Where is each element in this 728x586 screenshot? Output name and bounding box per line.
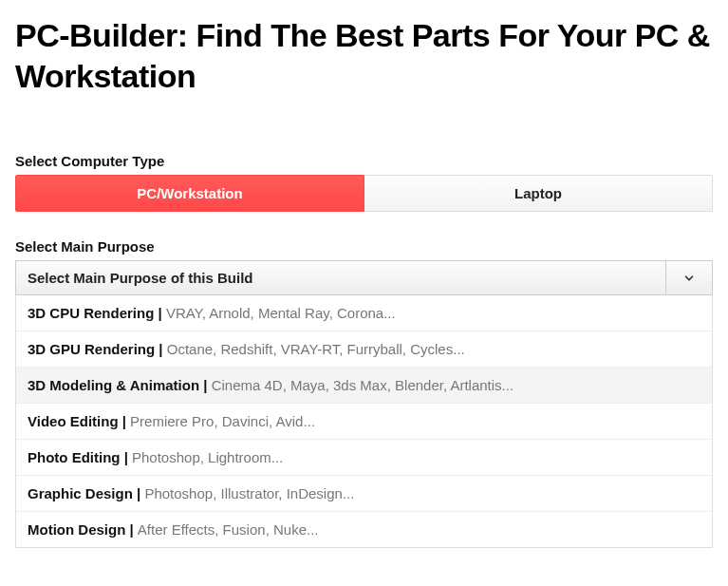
option-subtitle: Cinema 4D, Maya, 3ds Max, Blender, Artla… (212, 377, 513, 393)
option-subtitle: Premiere Pro, Davinci, Avid... (130, 413, 315, 429)
option-subtitle: VRAY, Arnold, Mental Ray, Corona... (166, 305, 396, 321)
computer-type-label: Select Computer Type (15, 153, 713, 169)
dropdown-option[interactable]: Graphic Design | Photoshop, Illustrator,… (16, 476, 712, 512)
option-title: Motion Design | (28, 521, 138, 538)
dropdown-option[interactable]: Motion Design | After Effects, Fusion, N… (16, 512, 712, 547)
option-title: 3D GPU Rendering | (28, 341, 167, 357)
dropdown-option[interactable]: 3D CPU Rendering | VRAY, Arnold, Mental … (16, 295, 712, 331)
dropdown-list: 3D CPU Rendering | VRAY, Arnold, Mental … (15, 295, 713, 548)
option-subtitle: After Effects, Fusion, Nuke... (138, 521, 319, 538)
dropdown-toggle[interactable] (665, 260, 713, 295)
main-purpose-section: Select Main Purpose Select Main Purpose … (15, 238, 713, 548)
option-subtitle: Octane, Redshift, VRAY-RT, Furryball, Cy… (167, 341, 465, 357)
page-title: PC-Builder: Find The Best Parts For Your… (15, 15, 713, 96)
computer-type-section: Select Computer Type PC/WorkstationLapto… (15, 153, 713, 212)
chevron-down-icon (682, 272, 696, 285)
option-title: 3D CPU Rendering | (28, 305, 166, 321)
option-subtitle: Photoshop, Illustrator, InDesign... (144, 485, 354, 501)
tab-laptop[interactable]: Laptop (364, 175, 713, 212)
computer-type-tabs: PC/WorkstationLaptop (15, 175, 713, 212)
dropdown-placeholder[interactable]: Select Main Purpose of this Build (15, 260, 665, 295)
dropdown-option[interactable]: Video Editing | Premiere Pro, Davinci, A… (16, 404, 712, 440)
option-title: Graphic Design | (28, 485, 144, 501)
dropdown-option[interactable]: Photo Editing | Photoshop, Lightroom... (16, 440, 712, 476)
option-title: 3D Modeling & Animation | (28, 377, 212, 393)
option-title: Video Editing | (28, 413, 130, 429)
main-purpose-label: Select Main Purpose (15, 238, 713, 255)
dropdown-option[interactable]: 3D Modeling & Animation | Cinema 4D, May… (16, 368, 712, 404)
option-subtitle: Photoshop, Lightroom... (132, 449, 283, 465)
dropdown-header[interactable]: Select Main Purpose of this Build (15, 260, 713, 295)
dropdown-option[interactable]: 3D GPU Rendering | Octane, Redshift, VRA… (16, 331, 712, 368)
main-purpose-dropdown: Select Main Purpose of this Build 3D CPU… (15, 260, 713, 548)
option-title: Photo Editing | (28, 449, 132, 465)
tab-pc-workstation[interactable]: PC/Workstation (15, 175, 364, 212)
